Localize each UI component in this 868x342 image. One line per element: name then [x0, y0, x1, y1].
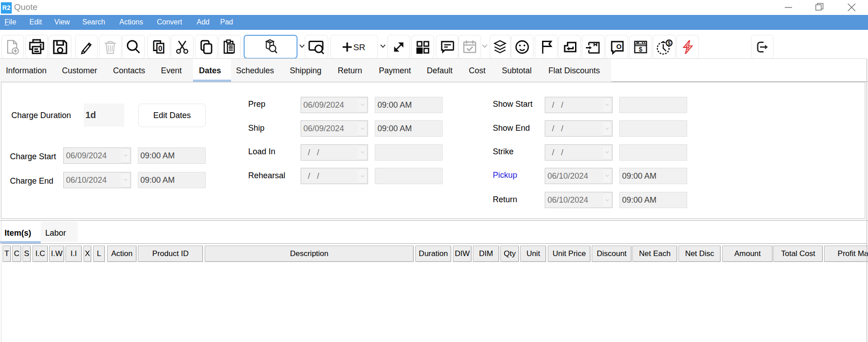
svg-text:0: 0	[158, 45, 162, 52]
svg-text:$: $	[639, 45, 642, 52]
svg-text:O: O	[616, 43, 622, 50]
svg-text:$: $	[668, 40, 671, 46]
svg-text:SR: SR	[353, 43, 365, 52]
